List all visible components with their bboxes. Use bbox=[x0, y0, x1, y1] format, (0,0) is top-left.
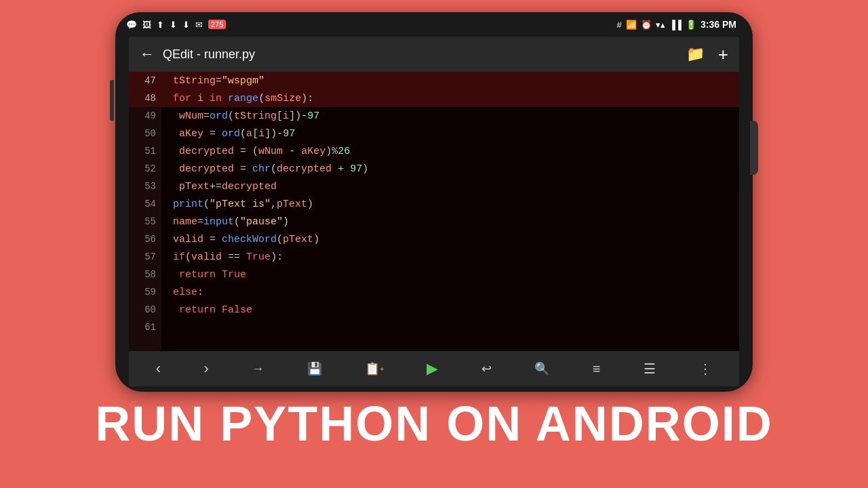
format-button[interactable]: ≡ bbox=[587, 359, 606, 380]
line-num-48: 48 bbox=[129, 89, 161, 107]
line-num-55: 55 bbox=[129, 213, 161, 230]
battery-icon: 🔋 bbox=[686, 20, 696, 30]
line-num-57: 57 bbox=[129, 248, 161, 266]
email-icon: ✉ bbox=[195, 20, 203, 30]
code-line-55: name=input("pause") bbox=[161, 213, 739, 230]
tab-button[interactable]: → bbox=[246, 359, 269, 379]
code-line-52: decrypted = chr(decrypted + 97) bbox=[161, 160, 739, 178]
code-line-60: return False bbox=[161, 301, 739, 319]
bottom-title: RUN PYTHON ON ANDROID bbox=[95, 397, 772, 451]
code-line-49: wNum=ord(tString[i])-97 bbox=[161, 107, 739, 125]
code-lines: tString="wspgm" for i in range(smSize): … bbox=[161, 72, 739, 351]
line-num-60: 60 bbox=[129, 301, 161, 319]
bluetooth-icon: 📶 bbox=[626, 20, 637, 30]
line-num-52: 52 bbox=[129, 160, 161, 178]
code-line-61 bbox=[161, 319, 739, 336]
code-line-57: if(valid == True): bbox=[161, 248, 739, 266]
status-time: 3:36 PM bbox=[701, 19, 736, 30]
code-line-53: pText+=decrypted bbox=[161, 178, 739, 195]
line-num-53: 53 bbox=[129, 178, 161, 195]
code-line-51: decrypted = (wNum - aKey)%26 bbox=[161, 142, 739, 160]
next-button[interactable]: › bbox=[198, 357, 214, 380]
line-numbers: 47 48 49 50 51 52 53 54 55 56 57 58 59 6… bbox=[129, 72, 161, 351]
list-button[interactable]: ☰ bbox=[638, 358, 661, 380]
code-line-48: for i in range(smSize): bbox=[161, 89, 739, 107]
back-button[interactable]: ← bbox=[140, 45, 155, 63]
image-icon: 🖼 bbox=[142, 20, 151, 30]
bottom-toolbar: ‹ › → 💾 📋+ ▶ ↩ 🔍 ≡ ☰ ⋮ bbox=[129, 351, 739, 386]
code-line-47: tString="wspgm" bbox=[161, 72, 739, 89]
volume-button bbox=[110, 80, 114, 121]
line-num-54: 54 bbox=[129, 195, 161, 213]
line-num-58: 58 bbox=[129, 266, 161, 283]
line-num-56: 56 bbox=[129, 230, 161, 248]
app-area: ← QEdit - runner.py 📁 + 47 48 49 50 51 5… bbox=[129, 37, 739, 386]
app-title: QEdit - runner.py bbox=[163, 47, 678, 62]
code-line-54: print("pText is",pText) bbox=[161, 195, 739, 213]
code-editor[interactable]: 47 48 49 50 51 52 53 54 55 56 57 58 59 6… bbox=[129, 72, 739, 351]
code-line-58: return True bbox=[161, 266, 739, 283]
new-snippet-button[interactable]: 📋+ bbox=[359, 359, 389, 379]
line-num-59: 59 bbox=[129, 283, 161, 301]
save-button[interactable]: 💾 bbox=[302, 359, 328, 379]
undo-button[interactable]: ↩ bbox=[476, 359, 497, 379]
code-line-56: valid = checkWord(pText) bbox=[161, 230, 739, 248]
phone-shell: 💬 🖼 ⬆ ⬇ ⬇ ✉ 275 # 📶 ⏰ ▾▴ ▐▐ 🔋 3:36 PM ← … bbox=[115, 12, 753, 392]
line-num-61: 61 bbox=[129, 319, 161, 336]
clock-icon: ⏰ bbox=[641, 20, 652, 30]
wifi-icon: ▾▴ bbox=[656, 20, 665, 30]
status-bar-left: 💬 🖼 ⬆ ⬇ ⬇ ✉ 275 bbox=[126, 20, 226, 30]
code-line-59: else: bbox=[161, 283, 739, 301]
status-bar: 💬 🖼 ⬆ ⬇ ⬇ ✉ 275 # 📶 ⏰ ▾▴ ▐▐ 🔋 3:36 PM bbox=[115, 12, 753, 37]
hash-icon: # bbox=[616, 20, 621, 30]
line-num-49: 49 bbox=[129, 107, 161, 125]
search-button[interactable]: 🔍 bbox=[529, 359, 555, 379]
message-icon: 💬 bbox=[126, 20, 137, 30]
signal-icon: ▐▐ bbox=[669, 20, 682, 30]
line-num-50: 50 bbox=[129, 125, 161, 142]
code-line-50: aKey = ord(a[i])-97 bbox=[161, 125, 739, 142]
app-toolbar: ← QEdit - runner.py 📁 + bbox=[129, 37, 739, 72]
badge-icon: 275 bbox=[208, 20, 226, 29]
download2-icon: ⬇ bbox=[182, 20, 190, 30]
run-button[interactable]: ▶ bbox=[421, 357, 443, 380]
folder-icon[interactable]: 📁 bbox=[686, 45, 705, 63]
add-file-button[interactable]: + bbox=[718, 44, 728, 65]
upload-icon: ⬆ bbox=[157, 20, 164, 30]
power-button bbox=[750, 121, 758, 175]
prev-button[interactable]: ‹ bbox=[151, 357, 166, 380]
line-num-47: 47 bbox=[129, 72, 161, 89]
download-icon: ⬇ bbox=[170, 20, 177, 30]
line-num-51: 51 bbox=[129, 142, 161, 160]
status-bar-right: # 📶 ⏰ ▾▴ ▐▐ 🔋 3:36 PM bbox=[616, 19, 736, 30]
more-button[interactable]: ⋮ bbox=[693, 358, 717, 380]
